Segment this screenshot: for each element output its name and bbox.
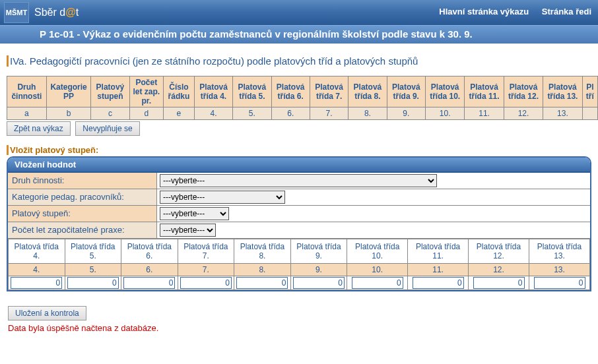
- col-header: Platová třída 12.: [504, 76, 543, 107]
- insert-panel: Vložení hodnot Druh činnosti: ---vyberte…: [7, 156, 591, 291]
- save-button[interactable]: Uložení a kontrola: [8, 306, 86, 320]
- col-header: Druh činnosti: [7, 76, 47, 107]
- columns-table: Druh činnostiKategorie PPPlatový stupeňP…: [7, 76, 598, 120]
- select-platovy-stupen[interactable]: ---vyberte---: [160, 207, 229, 220]
- class-col-number: 13.: [529, 264, 590, 276]
- col-letter: c: [91, 107, 129, 120]
- brand: Sběr d@t: [34, 7, 79, 18]
- class-col-header: Platová třída 11.: [408, 239, 469, 264]
- class-value-input[interactable]: [67, 277, 119, 289]
- class-input-row: [9, 276, 590, 290]
- link-stranka-reditele[interactable]: Stránka ředi: [542, 7, 591, 16]
- col-header: Platová třída 5.: [233, 76, 271, 107]
- button-bar: Zpět na výkaz Nevyplňuje se: [7, 121, 598, 136]
- top-links: Hlavní stránka výkazu Stránka ředi: [428, 7, 591, 16]
- back-button[interactable]: Zpět na výkaz: [7, 121, 71, 136]
- logo: MŠMT: [4, 2, 29, 23]
- col-header: Pl tří: [582, 76, 597, 107]
- row-druh-cinnosti: Druh činnosti: ---vyberte---: [8, 173, 590, 189]
- nofill-button[interactable]: Nevyplňuje se: [75, 121, 139, 136]
- class-col-number: 11.: [408, 264, 469, 276]
- class-col-header: Platová třída 7.: [178, 239, 234, 264]
- col-header: Platová třída 9.: [387, 76, 425, 107]
- col-header: Platový stupeň: [91, 76, 129, 107]
- class-col-header: Platová třída 10.: [347, 239, 408, 264]
- class-col-number: 5.: [65, 264, 121, 276]
- col-header: Kategorie PP: [46, 76, 90, 107]
- class-col-number: 6.: [121, 264, 178, 276]
- class-value-input[interactable]: [123, 277, 175, 289]
- col-letter: 10.: [425, 107, 464, 120]
- col-header: Platová třída 7.: [310, 76, 348, 107]
- class-col-number: 9.: [290, 264, 347, 276]
- panel-title: Vložení hodnot: [8, 158, 590, 173]
- class-col-header: Platová třída 5.: [65, 239, 121, 264]
- insert-title: Vložit platový stupeň:: [7, 145, 598, 155]
- col-letter: b: [46, 107, 90, 120]
- col-letter: 4.: [194, 107, 232, 120]
- label-praxe: Počet let započitatelné praxe:: [8, 222, 157, 238]
- class-number-row: 4.5.6.7.8.9.10.11.12.13.: [9, 264, 590, 276]
- class-value-input[interactable]: [11, 277, 62, 289]
- page-subtitle: P 1c-01 - Výkaz o evidenčním počtu zaměs…: [0, 25, 598, 44]
- row-kategorie: Kategorie pedag. pracovníků: ---vyberte-…: [8, 189, 590, 206]
- class-value-input[interactable]: [413, 277, 464, 289]
- col-letter: 6.: [271, 107, 310, 120]
- brand-suffix: t: [76, 7, 79, 18]
- class-col-header: Platová třída 6.: [121, 239, 178, 264]
- top-bar: MŠMT Sběr d@t Hlavní stránka výkazu Strá…: [0, 0, 598, 25]
- col-letter: 11.: [465, 107, 504, 120]
- col-letter: 13.: [543, 107, 582, 120]
- class-value-input[interactable]: [236, 277, 288, 289]
- col-header: Počet let zap. pr.: [129, 76, 163, 107]
- class-col-header: Platová třída 4.: [9, 239, 65, 264]
- class-col-number: 8.: [234, 264, 291, 276]
- row-platovy-stupen: Platový stupeň: ---vyberte---: [8, 206, 590, 222]
- col-header: Platová třída 8.: [349, 76, 387, 107]
- col-header: Platová třída 13.: [543, 76, 582, 107]
- class-value-input[interactable]: [180, 277, 232, 289]
- col-letter: 5.: [233, 107, 271, 120]
- class-col-number: 10.: [347, 264, 408, 276]
- brand-at: @: [65, 7, 76, 18]
- col-letter: 7.: [310, 107, 348, 120]
- class-col-header: Platová třída 8.: [234, 239, 291, 264]
- col-letter: a: [7, 107, 47, 120]
- col-header: Číslo řádku: [164, 76, 195, 107]
- class-value-input[interactable]: [534, 277, 585, 289]
- table-letter-row: abcde4.5.6.7.8.9.10.11.12.13.: [7, 107, 598, 120]
- col-letter: d: [129, 107, 163, 120]
- class-col-header: Platová třída 12.: [469, 239, 529, 264]
- col-header: Platová třída 4.: [194, 76, 232, 107]
- class-header-row: Platová třída 4.Platová třída 5.Platová …: [9, 239, 590, 264]
- class-col-number: 7.: [178, 264, 234, 276]
- col-letter: 9.: [387, 107, 425, 120]
- link-hlavni-stranka[interactable]: Hlavní stránka výkazu: [439, 7, 529, 16]
- label-druh: Druh činnosti:: [8, 173, 157, 189]
- table-header-row: Druh činnostiKategorie PPPlatový stupeňP…: [7, 76, 598, 107]
- select-praxe[interactable]: ---vyberte---: [160, 224, 216, 237]
- col-header: Platová třída 6.: [271, 76, 310, 107]
- class-col-header: Platová třída 13.: [529, 239, 590, 264]
- class-col-header: Platová třída 9.: [290, 239, 347, 264]
- col-letter: e: [164, 107, 195, 120]
- label-kategorie: Kategorie pedag. pracovníků:: [8, 189, 157, 205]
- class-value-input[interactable]: [352, 277, 403, 289]
- class-input-table: Platová třída 4.Platová třída 5.Platová …: [8, 239, 590, 290]
- row-praxe: Počet let započitatelné praxe: ---vybert…: [8, 222, 590, 239]
- col-header: Platová třída 11.: [465, 76, 504, 107]
- label-stupen: Platový stupeň:: [8, 206, 157, 222]
- status-message: Data byla úspěšně načtena z databáze.: [8, 323, 598, 333]
- class-value-input[interactable]: [473, 277, 525, 289]
- col-header: Platová třída 10.: [425, 76, 464, 107]
- col-letter: 12.: [504, 107, 543, 120]
- select-druh-cinnosti[interactable]: ---vyberte---: [160, 174, 437, 187]
- select-kategorie[interactable]: ---vyberte---: [160, 191, 285, 204]
- col-letter: 8.: [349, 107, 387, 120]
- class-value-input[interactable]: [293, 277, 345, 289]
- section-title: IVa. Pedagogičtí pracovníci (jen ze stát…: [7, 55, 598, 67]
- class-col-number: 4.: [9, 264, 65, 276]
- brand-prefix: Sběr d: [34, 7, 65, 18]
- class-col-number: 12.: [469, 264, 529, 276]
